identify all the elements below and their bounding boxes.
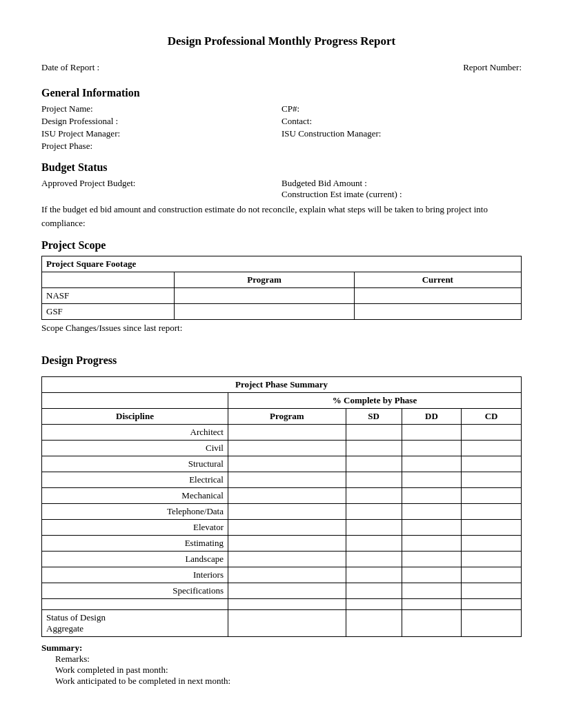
structural-program — [228, 456, 346, 472]
dd-col-header: DD — [402, 409, 462, 425]
project-phase-value — [282, 141, 522, 152]
cd-col-header: CD — [462, 409, 522, 425]
summary-label: Summary: — [41, 643, 522, 654]
telephone-data-dd — [402, 504, 462, 520]
electrical-program — [228, 472, 346, 488]
remarks-label: Remarks: — [41, 654, 522, 665]
construction-est-label: Construction Est imate (current) : — [282, 189, 522, 200]
work-anticipated-label: Work anticipated to be completed in next… — [41, 676, 522, 687]
architect-label: Architect — [42, 425, 228, 441]
table-row: Telephone/Data — [42, 504, 522, 520]
interiors-label: Interiors — [42, 567, 228, 583]
table-row: Landscape — [42, 552, 522, 567]
gsf-program — [175, 304, 354, 320]
table-row: Specifications — [42, 583, 522, 599]
contact-label: Contact: — [282, 116, 522, 127]
date-of-report-label: Date of Report : — [41, 62, 99, 73]
budget-right: Budgeted Bid Amount : Construction Est i… — [282, 178, 522, 200]
page-title: Design Professional Monthly Progress Rep… — [41, 34, 522, 48]
empty-row-1 — [42, 599, 522, 610]
telephone-data-label: Telephone/Data — [42, 504, 228, 520]
general-information-grid: Project Name: CP#: Design Professional :… — [41, 103, 522, 152]
interiors-dd — [402, 567, 462, 583]
status-design-row: Status of DesignAggregate — [42, 610, 522, 637]
phase-summary-table: Project Phase Summary % Complete by Phas… — [41, 376, 522, 637]
specifications-sd — [346, 583, 402, 599]
nasf-current — [354, 288, 521, 304]
mechanical-dd — [402, 488, 462, 504]
aggregate-label: Aggregate — [46, 623, 83, 634]
gsf-current — [354, 304, 521, 320]
status-design-cd — [462, 610, 522, 637]
civil-label: Civil — [42, 441, 228, 456]
elevator-program — [228, 520, 346, 536]
elevator-cd — [462, 520, 522, 536]
table-row: Mechanical — [42, 488, 522, 504]
structural-sd — [346, 456, 402, 472]
civil-sd — [346, 441, 402, 456]
telephone-data-program — [228, 504, 346, 520]
percent-complete-header: % Complete by Phase — [228, 393, 521, 409]
telephone-data-cd — [462, 504, 522, 520]
report-number-label: Report Number: — [463, 62, 522, 73]
interiors-sd — [346, 567, 402, 583]
civil-cd — [462, 441, 522, 456]
mechanical-label: Mechanical — [42, 488, 228, 504]
budgeted-bid-label: Budgeted Bid Amount : — [282, 178, 522, 189]
interiors-cd — [462, 567, 522, 583]
estimating-sd — [346, 536, 402, 552]
electrical-sd — [346, 472, 402, 488]
isu-project-manager-label: ISU Project Manager: — [41, 128, 282, 139]
table-row: NASF — [42, 288, 522, 304]
estimating-dd — [402, 536, 462, 552]
program-col-header: Program — [228, 409, 346, 425]
project-name-label: Project Name: — [41, 103, 282, 114]
structural-dd — [402, 456, 462, 472]
landscape-program — [228, 552, 346, 567]
interiors-program — [228, 567, 346, 583]
estimating-program — [228, 536, 346, 552]
electrical-cd — [462, 472, 522, 488]
project-phase-summary-header: Project Phase Summary — [42, 377, 522, 393]
budget-status-title: Budget Status — [41, 161, 522, 174]
report-header: Date of Report : Report Number: — [41, 62, 522, 73]
budget-grid: Approved Project Budget: Budgeted Bid Am… — [41, 178, 522, 200]
landscape-cd — [462, 552, 522, 567]
architect-program — [228, 425, 346, 441]
design-professional-label: Design Professional : — [41, 116, 282, 127]
landscape-label: Landscape — [42, 552, 228, 567]
cp-label: CP#: — [282, 103, 522, 114]
structural-label: Structural — [42, 456, 228, 472]
summary-section: Summary: Remarks: Work completed in past… — [41, 643, 522, 687]
elevator-dd — [402, 520, 462, 536]
civil-program — [228, 441, 346, 456]
mechanical-cd — [462, 488, 522, 504]
discipline-col-header: Discipline — [42, 409, 228, 425]
architect-sd — [346, 425, 402, 441]
scope-col-current: Current — [354, 272, 521, 288]
work-completed-label: Work completed in past month: — [41, 665, 522, 676]
status-design-sd — [346, 610, 402, 637]
status-design-dd — [402, 610, 462, 637]
table-row: Estimating — [42, 536, 522, 552]
project-phase-label: Project Phase: — [41, 141, 282, 152]
structural-cd — [462, 456, 522, 472]
table-row: GSF — [42, 304, 522, 320]
gsf-label: GSF — [42, 304, 175, 320]
specifications-cd — [462, 583, 522, 599]
landscape-sd — [346, 552, 402, 567]
nasf-label: NASF — [42, 288, 175, 304]
landscape-dd — [402, 552, 462, 567]
project-scope-table: Project Square Footage Program Current N… — [41, 256, 522, 320]
table-row: Interiors — [42, 567, 522, 583]
elevator-sd — [346, 520, 402, 536]
table-row: Structural — [42, 456, 522, 472]
electrical-label: Electrical — [42, 472, 228, 488]
approved-budget-label: Approved Project Budget: — [41, 178, 282, 200]
table-row: Architect — [42, 425, 522, 441]
nasf-program — [175, 288, 354, 304]
table-row: Civil — [42, 441, 522, 456]
mechanical-program — [228, 488, 346, 504]
specifications-label: Specifications — [42, 583, 228, 599]
table-row: Electrical — [42, 472, 522, 488]
